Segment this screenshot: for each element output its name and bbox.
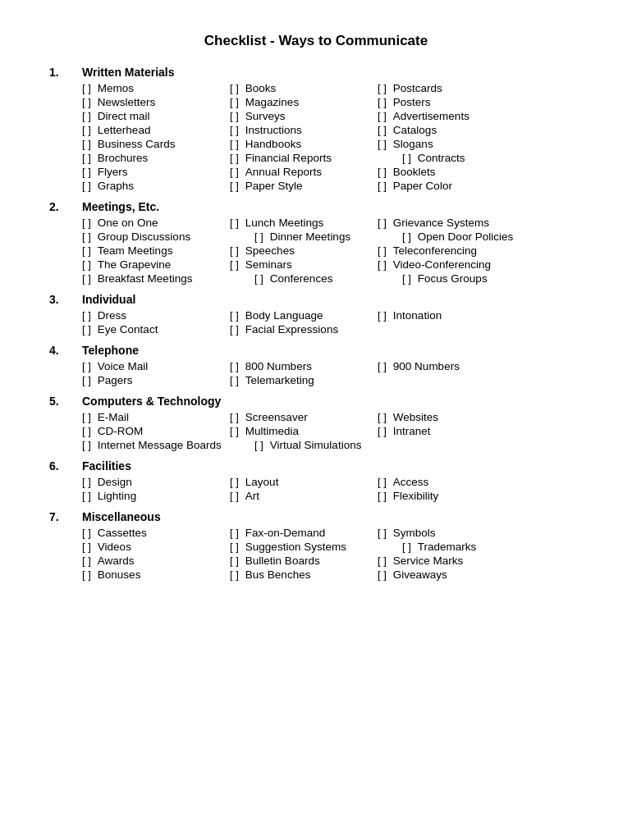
checkbox[interactable]: [ ] [378,110,387,122]
checkbox[interactable]: [ ] [230,527,239,539]
checkbox[interactable]: [ ] [230,138,239,150]
checkbox[interactable]: [ ] [82,309,91,322]
checkbox[interactable]: [ ] [378,217,387,229]
checkbox[interactable]: [ ] [230,323,239,336]
checkbox[interactable]: [ ] [82,439,91,451]
checkbox[interactable]: [ ] [82,217,91,229]
checkbox[interactable]: [ ] [378,527,387,539]
section-title-4: Telephone [82,344,139,357]
list-item: [ ]Design [82,476,230,488]
checkbox[interactable]: [ ] [82,96,91,108]
checkbox[interactable]: [ ] [378,555,387,567]
checkbox[interactable]: [ ] [230,555,239,567]
checkbox[interactable]: [ ] [82,180,91,192]
checkbox[interactable]: [ ] [82,110,91,122]
checkbox[interactable]: [ ] [82,231,91,243]
items-row: [ ]Team Meetings[ ]Speeches[ ]Teleconfer… [82,244,583,257]
checkbox[interactable]: [ ] [402,152,411,164]
checkbox[interactable]: [ ] [82,323,91,336]
checkbox[interactable]: [ ] [378,82,387,94]
checkbox[interactable]: [ ] [402,231,411,243]
item-label: Art [245,490,259,502]
checkbox[interactable]: [ ] [230,374,239,386]
checkbox[interactable]: [ ] [230,152,239,164]
checkbox[interactable]: [ ] [378,476,387,488]
checkbox[interactable]: [ ] [378,411,387,423]
checkbox[interactable]: [ ] [230,217,239,229]
checkbox[interactable]: [ ] [82,555,91,567]
checkbox[interactable]: [ ] [82,82,91,94]
checkbox[interactable]: [ ] [378,490,387,502]
list-item: [ ]Giveaways [378,568,525,581]
list-item: [ ]Access [378,476,525,488]
checkbox[interactable]: [ ] [82,374,91,386]
item-label: Facial Expressions [245,323,338,336]
checkbox[interactable]: [ ] [254,231,263,243]
list-item: [ ]Contracts [402,152,550,164]
item-label: Seminars [245,258,292,271]
checkbox[interactable]: [ ] [82,244,91,257]
list-item: [ ]Cassettes [82,527,230,539]
items-grid-5: [ ]E-Mail[ ]Screensaver[ ]Websites[ ]CD-… [82,411,583,451]
checkbox[interactable]: [ ] [230,541,239,553]
checkbox[interactable]: [ ] [402,272,411,285]
checkbox[interactable]: [ ] [230,258,239,271]
checkbox[interactable]: [ ] [378,138,387,150]
items-grid-7: [ ]Cassettes[ ]Fax-on-Demand[ ]Symbols[ … [82,527,583,581]
checkbox[interactable]: [ ] [82,490,91,502]
checkbox[interactable]: [ ] [82,568,91,581]
checkbox[interactable]: [ ] [230,360,239,372]
checkbox[interactable]: [ ] [378,96,387,108]
checkbox[interactable]: [ ] [82,166,91,178]
checkbox[interactable]: [ ] [230,124,239,136]
checkbox[interactable]: [ ] [230,490,239,502]
items-row: [ ]Bonuses[ ]Bus Benches[ ]Giveaways [82,568,583,581]
checkbox[interactable]: [ ] [378,258,387,271]
checkbox[interactable]: [ ] [230,568,239,581]
list-item: [ ]Bonuses [82,568,230,581]
checkbox[interactable]: [ ] [230,476,239,488]
checkbox[interactable]: [ ] [82,425,91,437]
checkbox[interactable]: [ ] [230,425,239,437]
items-row: [ ]Videos[ ]Suggestion Systems[ ]Tradema… [82,541,583,553]
list-item: [ ]Team Meetings [82,244,230,257]
checkbox[interactable]: [ ] [402,541,411,553]
checkbox[interactable]: [ ] [230,96,239,108]
checkbox[interactable]: [ ] [230,180,239,192]
checkbox[interactable]: [ ] [82,527,91,539]
checkbox[interactable]: [ ] [230,82,239,94]
checkbox[interactable]: [ ] [378,309,387,322]
checkbox[interactable]: [ ] [82,124,91,136]
section-1: 1.Written Materials[ ]Memos[ ]Books[ ]Po… [49,66,583,192]
checkbox[interactable]: [ ] [230,309,239,322]
checkbox[interactable]: [ ] [230,110,239,122]
checkbox[interactable]: [ ] [82,138,91,150]
checkbox[interactable]: [ ] [82,360,91,372]
checkbox[interactable]: [ ] [254,272,263,285]
section-title-7: Miscellaneous [82,510,161,523]
list-item: [ ]Business Cards [82,138,230,150]
checkbox[interactable]: [ ] [82,411,91,423]
checkbox[interactable]: [ ] [230,411,239,423]
list-item: [ ]Breakfast Meetings [82,272,254,285]
checkbox[interactable]: [ ] [378,124,387,136]
checkbox[interactable]: [ ] [378,425,387,437]
section-header-7: 7.Miscellaneous [49,510,583,523]
checkbox[interactable]: [ ] [230,166,239,178]
checkbox[interactable]: [ ] [254,439,263,451]
checkbox[interactable]: [ ] [378,180,387,192]
list-item: [ ]Books [230,82,378,94]
item-label: Giveaways [393,568,447,581]
items-grid-4: [ ]Voice Mail[ ]800 Numbers[ ]900 Number… [82,360,583,386]
checkbox[interactable]: [ ] [82,152,91,164]
checkbox[interactable]: [ ] [378,166,387,178]
checkbox[interactable]: [ ] [82,476,91,488]
checkbox[interactable]: [ ] [378,568,387,581]
section-header-1: 1.Written Materials [49,66,583,79]
checkbox[interactable]: [ ] [230,244,239,257]
checkbox[interactable]: [ ] [378,244,387,257]
checkbox[interactable]: [ ] [82,258,91,271]
checkbox[interactable]: [ ] [82,541,91,553]
checkbox[interactable]: [ ] [378,360,387,372]
checkbox[interactable]: [ ] [82,272,91,285]
